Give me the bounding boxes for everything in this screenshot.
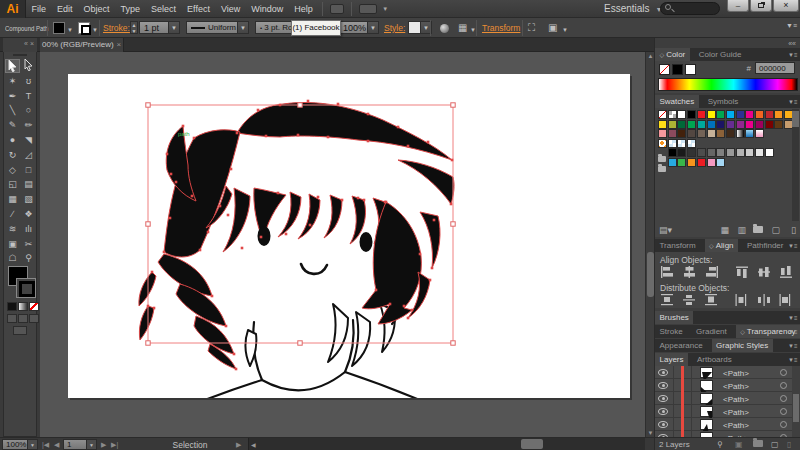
layer-thumbnail[interactable] bbox=[700, 419, 713, 430]
distribute-left-icon[interactable] bbox=[734, 293, 751, 307]
swatch[interactable] bbox=[668, 158, 677, 167]
swatch[interactable] bbox=[687, 139, 696, 148]
bridge-icon[interactable] bbox=[330, 4, 344, 14]
horizontal-scrollbar[interactable]: ◀ bbox=[248, 438, 645, 450]
swatch[interactable] bbox=[726, 129, 735, 138]
tool-eyedropper[interactable]: ∕ bbox=[5, 207, 20, 221]
zoom-dropdown[interactable]: ▼ bbox=[28, 439, 38, 450]
stroke-swatch[interactable] bbox=[78, 22, 90, 34]
menu-view[interactable]: View bbox=[215, 0, 245, 18]
tool-paintbrush[interactable]: ✎ bbox=[5, 118, 20, 132]
swatch[interactable] bbox=[736, 129, 745, 138]
swatch[interactable] bbox=[755, 120, 764, 129]
swatch-options-icon[interactable]: ▥ bbox=[737, 225, 746, 235]
gradient-mode-button[interactable] bbox=[18, 302, 28, 311]
pattern-options-icon[interactable]: ▦ bbox=[458, 22, 467, 33]
swatch[interactable] bbox=[687, 148, 696, 157]
layer-thumbnail[interactable] bbox=[700, 393, 713, 404]
stroke-weight-field[interactable]: 1 pt bbox=[139, 21, 169, 34]
tab-pathfinder[interactable]: Pathfinder bbox=[742, 239, 787, 252]
layer-thumbnail[interactable] bbox=[700, 367, 713, 378]
tab-appearance[interactable]: Appearance bbox=[655, 339, 707, 352]
layer-row[interactable]: <Path> bbox=[655, 405, 800, 418]
swatch[interactable] bbox=[687, 120, 696, 129]
swatch[interactable] bbox=[687, 158, 696, 167]
bounding-box-icon[interactable]: ⛶ bbox=[528, 22, 535, 34]
swatch[interactable] bbox=[677, 120, 686, 129]
tool-symbol-sprayer[interactable]: ≋ bbox=[5, 222, 20, 236]
locate-object-icon[interactable]: ⚲ bbox=[717, 440, 723, 449]
hex-field[interactable]: 000000 bbox=[755, 62, 795, 74]
arrange-documents-arrow[interactable]: ▼ bbox=[382, 6, 388, 12]
layer-name[interactable]: <Path> bbox=[723, 408, 749, 417]
app-logo[interactable]: Ai bbox=[0, 0, 26, 18]
color-mode-button[interactable] bbox=[7, 302, 17, 311]
swatch[interactable] bbox=[707, 110, 716, 119]
swatches-scrollbar[interactable] bbox=[792, 109, 799, 221]
swatch[interactable] bbox=[726, 120, 735, 129]
swatch[interactable] bbox=[745, 129, 754, 138]
canvas[interactable]: path bbox=[40, 52, 645, 437]
swatch[interactable] bbox=[707, 129, 716, 138]
style-link[interactable]: Style: bbox=[384, 23, 405, 33]
color-spectrum[interactable] bbox=[658, 78, 798, 91]
vertical-scrollbar[interactable]: ▲ ▼ bbox=[645, 52, 654, 437]
tool-blob-brush[interactable]: ● bbox=[5, 133, 20, 147]
zoom-field[interactable]: 100% bbox=[2, 439, 28, 450]
layer-target-icon[interactable] bbox=[780, 421, 787, 428]
tool-mesh[interactable]: ▦ bbox=[5, 192, 20, 206]
tool-free-transform[interactable]: □ bbox=[21, 163, 36, 177]
layer-row[interactable]: <Path> bbox=[655, 392, 800, 405]
scroll-left-icon[interactable]: ◀ bbox=[251, 441, 256, 448]
menu-file[interactable]: File bbox=[26, 0, 52, 18]
tab-artboards[interactable]: Artboards bbox=[692, 353, 736, 366]
first-artboard-icon[interactable]: |◀ bbox=[42, 441, 49, 449]
opacity-field[interactable]: 100% bbox=[338, 21, 368, 34]
swatch[interactable] bbox=[697, 110, 706, 119]
tab-stroke[interactable]: Stroke bbox=[655, 325, 687, 338]
prev-artboard-icon[interactable]: ◀ bbox=[54, 441, 59, 449]
fill-swatch[interactable] bbox=[53, 22, 65, 34]
panel-menu-icon[interactable]: ▼≡ bbox=[788, 99, 798, 105]
swatch[interactable] bbox=[726, 148, 735, 157]
distribute-top-icon[interactable] bbox=[659, 293, 676, 307]
tool-perspective-grid[interactable]: ▤ bbox=[21, 177, 36, 191]
swatch[interactable] bbox=[716, 129, 725, 138]
distribute-bottom-icon[interactable] bbox=[703, 293, 720, 307]
tool-zoom[interactable]: ⚲ bbox=[21, 251, 36, 265]
layer-name[interactable]: <Path> bbox=[723, 421, 749, 430]
draw-inside-button[interactable] bbox=[29, 314, 39, 323]
document-tab[interactable]: 00% (RGB/Preview)× bbox=[40, 38, 124, 52]
menu-window[interactable]: Window bbox=[246, 0, 289, 18]
tab-brushes[interactable]: Brushes bbox=[655, 311, 693, 324]
white-swatch[interactable] bbox=[685, 64, 696, 75]
layer-row[interactable]: <Path> bbox=[655, 366, 800, 379]
swatch-group-folder-icon[interactable] bbox=[658, 158, 667, 167]
swatch[interactable] bbox=[697, 129, 706, 138]
tab-color[interactable]: ◇Color bbox=[655, 48, 690, 61]
swatch[interactable] bbox=[765, 120, 774, 129]
delete-swatch-icon[interactable]: ▯ bbox=[791, 225, 796, 235]
swatch[interactable] bbox=[658, 139, 667, 148]
tool-type[interactable]: T bbox=[21, 89, 36, 103]
tab-swatches[interactable]: Swatches bbox=[655, 95, 699, 108]
swatch[interactable] bbox=[697, 120, 706, 129]
last-artboard-icon[interactable]: ▶| bbox=[111, 441, 118, 449]
swatch-kinds-icon[interactable]: ▦ bbox=[720, 225, 729, 235]
draw-normal-button[interactable] bbox=[7, 314, 17, 323]
none-mode-button[interactable] bbox=[29, 302, 39, 311]
swatch[interactable] bbox=[658, 110, 667, 119]
screen-mode-button[interactable] bbox=[13, 326, 27, 335]
new-color-group-icon[interactable] bbox=[753, 225, 763, 235]
draw-behind-button[interactable] bbox=[18, 314, 28, 323]
scroll-down-icon[interactable]: ▼ bbox=[647, 430, 654, 436]
stroke-weight-stepper[interactable]: ▲▼ bbox=[130, 21, 138, 34]
swatch[interactable] bbox=[677, 129, 686, 138]
black-swatch[interactable] bbox=[672, 64, 683, 75]
transform-link[interactable]: Transform bbox=[482, 23, 520, 33]
distribute-middle-v-icon[interactable] bbox=[681, 293, 698, 307]
swatch[interactable] bbox=[677, 148, 686, 157]
swatch[interactable] bbox=[736, 148, 745, 157]
layer-name[interactable]: <Path> bbox=[723, 369, 749, 378]
visibility-eye-icon[interactable] bbox=[658, 408, 668, 415]
